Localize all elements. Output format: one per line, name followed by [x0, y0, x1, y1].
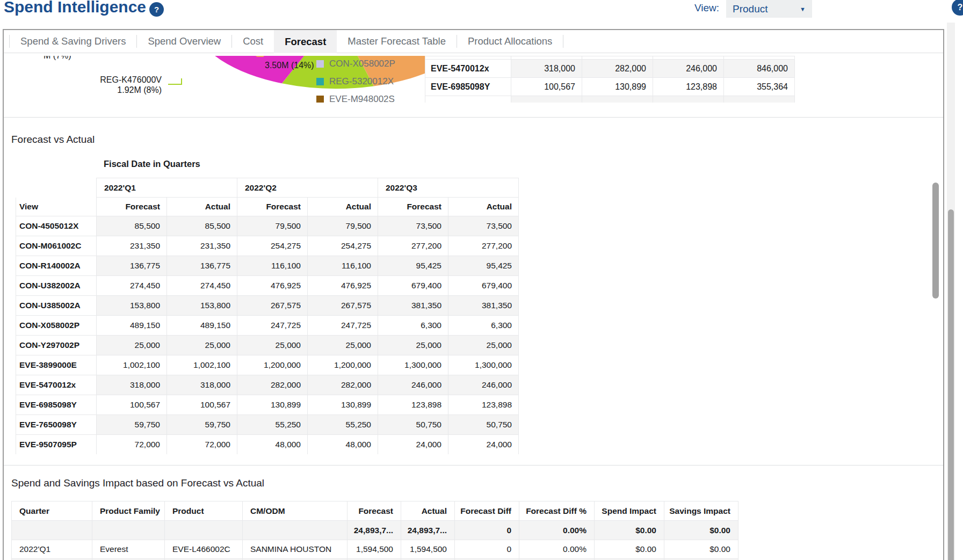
quarter-header: 2022'Q2 — [237, 178, 378, 198]
chart-clip-area: M (7%) REG-K476000V 1.92M (8%) 3.50M (14… — [4, 56, 943, 103]
fva-row-label: EVE-5470012x — [16, 375, 97, 395]
impact-column-header: Forecast Diff — [455, 501, 519, 521]
impact-cell: 0 — [455, 540, 519, 559]
sub-column-header: Forecast — [97, 198, 167, 216]
fva-cell: 489,150 — [97, 316, 167, 336]
forecast-vs-actual-table: 2022'Q12022'Q22022'Q3ViewForecastActualF… — [16, 178, 520, 454]
tab-forecast[interactable]: Forecast — [274, 30, 337, 53]
fva-cell: 246,000 — [378, 375, 448, 395]
tab-spend-saving-drivers[interactable]: Spend & Saving Drivers — [10, 30, 136, 53]
fva-cell: 274,450 — [97, 276, 167, 296]
callout-line-green — [168, 78, 182, 84]
fva-cell: 318,000 — [97, 375, 167, 395]
legend-label: REG-5320012X — [329, 76, 394, 87]
impact-column-header: Product — [165, 501, 243, 521]
impact-total-cell: 24,893,7... — [401, 521, 455, 540]
pie-label-reg-k476000v: REG-K476000V 1.92M (8%) — [86, 75, 162, 95]
fva-row-label: CON-R140002A — [16, 256, 97, 276]
fva-row-label: CON-U382002A — [16, 276, 97, 296]
fva-cell: 25,000 — [167, 336, 237, 355]
fva-cell: 79,500 — [308, 216, 378, 236]
impact-total-cell: $0.00 — [664, 521, 738, 540]
legend-item[interactable]: EVE-M948002S — [316, 94, 395, 103]
legend-swatch — [316, 60, 324, 68]
corner-help-icon[interactable]: ? — [952, 0, 963, 16]
fva-row: EVE-7650098Y59,75059,75055,25055,25050,7… — [16, 415, 519, 435]
tab-product-allocations[interactable]: Product Allocations — [457, 30, 563, 53]
fva-cell: 153,800 — [97, 296, 167, 316]
sub-column-header: Actual — [448, 198, 519, 216]
fva-cell: 1,002,100 — [167, 355, 237, 375]
legend-item[interactable]: REG-5320012X — [316, 76, 395, 87]
fva-cell: 130,899 — [237, 395, 308, 415]
fva-cell: 24,000 — [378, 435, 448, 455]
page-scrollbar-track[interactable] — [947, 23, 955, 560]
fva-cell: 85,500 — [167, 216, 237, 236]
pie-label-orange-value: 3.50M (14%) — [265, 61, 314, 70]
impact-column-header: Forecast Diff % — [519, 501, 595, 521]
impact-column-header: Actual — [401, 501, 455, 521]
mini-table-partial-row — [425, 96, 795, 103]
fva-cell: 1,002,100 — [97, 355, 167, 375]
table-scrollbar-thumb[interactable] — [932, 183, 939, 299]
fva-row-label: EVE-9507095P — [16, 435, 97, 455]
pie-label-clipped: M (7%) — [44, 56, 71, 61]
impact-column-header: CM/ODM — [243, 501, 347, 521]
fva-cell: 85,500 — [97, 216, 167, 236]
title-help-icon[interactable]: ? — [149, 2, 164, 17]
forecast-vs-actual-title: Forecast vs Actual — [11, 134, 95, 146]
impact-column-header: Product Family — [92, 501, 165, 521]
dashboard-panel: Spend & Saving DriversSpend OverviewCost… — [3, 29, 944, 560]
fva-cell: 50,750 — [378, 415, 448, 435]
fva-cell: 72,000 — [97, 435, 167, 455]
fva-cell: 25,000 — [308, 336, 378, 355]
fva-cell: 277,200 — [378, 236, 448, 256]
tab-master-forecast-table[interactable]: Master Forecast Table — [337, 30, 457, 53]
fva-cell: 274,450 — [167, 276, 237, 296]
quarter-header: 2022'Q1 — [97, 178, 237, 198]
legend-label: CON-X058002P — [329, 59, 395, 69]
impact-cell: SANMINA HOUSTON — [243, 540, 347, 559]
fva-row: CON-4505012X85,50085,50079,50079,50073,5… — [16, 216, 519, 236]
page-scrollbar-thumb[interactable] — [948, 209, 954, 560]
impact-section: Spend and Savings Impact based on Foreca… — [4, 466, 943, 560]
fva-cell: 679,400 — [448, 276, 519, 296]
fva-cell: 381,350 — [378, 296, 448, 316]
fva-cell: 95,425 — [448, 256, 519, 276]
impact-cell: $0.00 — [664, 540, 738, 559]
mini-cell: 100,567 — [511, 78, 582, 96]
pie-legend: CON-X058002PREG-5320012XEVE-M948002S — [316, 59, 395, 103]
fva-cell: 282,000 — [237, 375, 308, 395]
fva-row: CON-M061002C231,350231,350254,275254,275… — [16, 236, 519, 256]
chevron-down-icon: ▼ — [800, 6, 806, 12]
fva-cell: 6,300 — [448, 316, 519, 336]
impact-column-header: Spend Impact — [595, 501, 664, 521]
fva-cell: 679,400 — [378, 276, 448, 296]
legend-item[interactable]: CON-X058002P — [316, 59, 395, 69]
fva-row: CON-U385002A153,800153,800267,575267,575… — [16, 296, 519, 316]
fva-cell: 1,300,000 — [378, 355, 448, 375]
fva-cell: 6,300 — [378, 316, 448, 336]
fva-cell: 267,575 — [237, 296, 308, 316]
fva-cell: 24,000 — [448, 435, 519, 455]
fva-cell: 55,250 — [237, 415, 308, 435]
sub-column-header: Actual — [167, 198, 237, 216]
fva-cell: 59,750 — [97, 415, 167, 435]
fva-cell: 48,000 — [237, 435, 308, 455]
legend-swatch — [316, 78, 324, 85]
fva-row: EVE-9507095P72,00072,00048,00048,00024,0… — [16, 435, 519, 455]
impact-table: QuarterProduct FamilyProductCM/ODMForeca… — [11, 501, 738, 560]
legend-swatch — [316, 96, 324, 103]
tab-cost[interactable]: Cost — [232, 30, 274, 53]
fva-cell: 254,275 — [237, 236, 308, 256]
view-label: View: — [694, 2, 719, 14]
view-dropdown[interactable]: Product ▼ — [726, 0, 812, 18]
fva-cell: 48,000 — [308, 435, 378, 455]
fva-cell: 25,000 — [97, 336, 167, 355]
fva-cell: 246,000 — [448, 375, 519, 395]
impact-cell: $0.00 — [595, 540, 664, 559]
mini-cell: 246,000 — [653, 60, 724, 78]
fva-cell: 25,000 — [237, 336, 308, 355]
tab-spend-overview[interactable]: Spend Overview — [137, 30, 231, 53]
fva-cell: 73,500 — [448, 216, 519, 236]
